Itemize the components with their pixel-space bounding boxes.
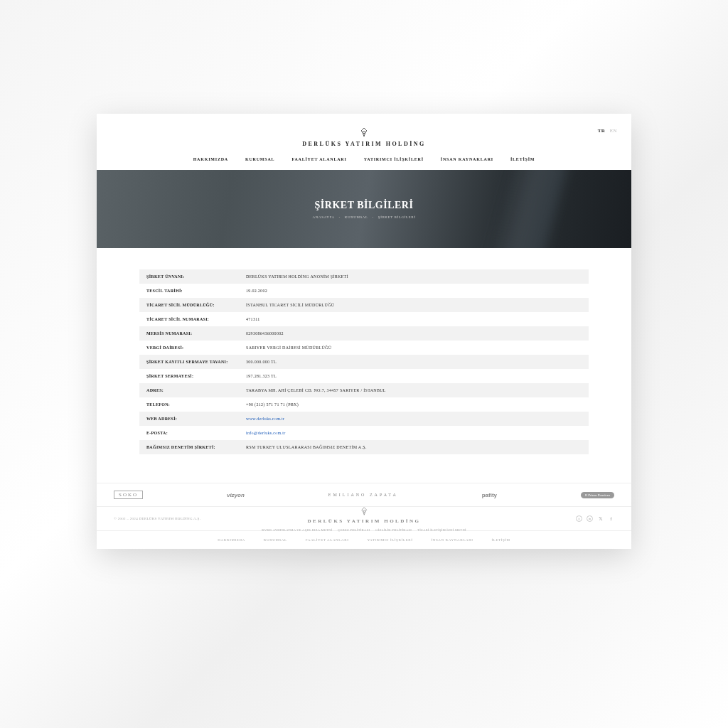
row-label: TELEFON: [139,397,239,412]
row-label: TİCARET SİCİL MÜDÜRLÜĞÜ: [139,298,239,312]
fnav-insan-kaynaklari[interactable]: İNSAN KAYNAKLARI [431,538,473,542]
row-value[interactable]: info@derluks.com.tr [239,426,589,440]
fnav-iletisim[interactable]: İLETİŞİM [491,538,510,542]
crumb-current: ŞİRKET BİLGİLERİ [378,215,416,219]
legal-gizlilik[interactable]: GİZLİLİK POLİTİKASI [375,528,412,532]
fnav-kurumsal[interactable]: KURUMSAL [264,538,287,542]
row-value: 471311 [239,312,589,326]
row-value: TARABYA MH. AHİ ÇELEBİ CD. NO:7, 34457 S… [239,383,589,397]
nav-yatirimci-iliskileri[interactable]: YATIRIMCI İLİŞKİLERİ [364,157,424,161]
crumb-kurumsal[interactable]: KURUMSAL [345,215,368,219]
table-row: ŞİRKET KAYITLI SERMAYE TAVANI:300.000.00… [139,355,589,369]
language-toggle: TR EN [595,128,617,134]
facebook-icon[interactable]: f [608,515,614,522]
fnav-yatirimci-iliskileri[interactable]: YATIRIMCI İLİŞKİLERİ [367,538,412,542]
row-label: WEB ADRESİ: [139,412,239,426]
footer-brand-name: DERLÜKS YATIRIM HOLDİNG [262,518,466,524]
row-label: TESCİL TARİHİ: [139,284,239,298]
row-value: RSM TURKEY ULUSLARARASI BAĞIMSIZ DENETİM… [239,440,589,454]
table-row: TİCARET SİCİL NUMARASI:471311 [139,312,589,326]
row-value: DERLÜKS YATIRIM HOLDİNG ANONİM ŞİRKETİ [239,269,589,284]
row-value: SARIYER VERGİ DAİRESİ MÜDÜRLÜĞÜ [239,341,589,355]
brand-vizyon[interactable]: vizyon [227,492,245,498]
crumb-home[interactable]: ANASAYFA [313,215,335,219]
brand-name: DERLÜKS YATIRIM HOLDİNG [111,141,617,147]
row-value: İSTANBUL TİCARET SİCİLİ MÜDÜRLÜĞÜ [239,298,589,312]
x-icon[interactable]: 𝕏 [597,515,604,522]
instagram-icon[interactable]: ◇ [576,515,582,522]
nav-insan-kaynaklari[interactable]: İNSAN KAYNAKLARI [441,157,493,161]
legal-cerez[interactable]: ÇEREZ POLİTİKASI [338,528,370,532]
row-label: E-POSTA: [139,426,239,440]
hero-banner: ŞİRKET BİLGİLERİ ANASAYFA • KURUMSAL • Ş… [97,170,631,248]
row-label: ADRES: [139,383,239,397]
crumb-sep: • [339,215,341,219]
nav-iletisim[interactable]: İLETİŞİM [510,157,535,161]
row-label: TİCARET SİCİL NUMARASI: [139,312,239,326]
brand-pafity[interactable]: pafity [482,492,497,498]
fnav-faaliyet-alanlari[interactable]: FAALİYET ALANLARI [306,538,349,542]
row-label: ŞİRKET KAYITLI SERMAYE TAVANI: [139,355,239,369]
content-area: ŞİRKET ÜNVANI:DERLÜKS YATIRIM HOLDİNG AN… [97,248,631,483]
row-value: 19.02.2002 [239,284,589,298]
logo-icon [358,127,370,138]
legal-links: KVKK AYDINLATMA VE AÇIK RIZA METNİ ÇEREZ… [262,528,466,532]
row-value: 197.281.323 TL [239,369,589,383]
nav-faaliyet-alanlari[interactable]: FAALİYET ALANLARI [291,157,346,161]
row-label: VERGİ DAİRESİ: [139,341,239,355]
table-row: TELEFON:+90 (212) 571 71 71 (PBX) [139,397,589,412]
table-row: E-POSTA:info@derluks.com.tr [139,426,589,440]
table-row: VERGİ DAİRESİ:SARIYER VERGİ DAİRESİ MÜDÜ… [139,341,589,355]
table-row: TİCARET SİCİL MÜDÜRLÜĞÜ:İSTANBUL TİCARET… [139,298,589,312]
row-label: ŞİRKET SERMAYESİ: [139,369,239,383]
footer-logo-icon [359,506,369,516]
breadcrumb: ANASAYFA • KURUMSAL • ŞİRKET BİLGİLERİ [311,215,417,219]
row-label: MERSİS NUMARASI: [139,326,239,341]
brand-strip: SOKO vizyon EMILIANO ZAPATA pafity Il Pr… [97,483,631,506]
crumb-sep: • [373,215,374,219]
nav-hakkimizda[interactable]: HAKKIMIZDA [193,157,228,161]
legal-kvkk[interactable]: KVKK AYDINLATMA VE AÇIK RIZA METNİ [262,528,332,532]
lang-en[interactable]: EN [610,128,617,134]
page-title: ŞİRKET BİLGİLERİ [315,200,414,211]
table-row: WEB ADRESİ:www.derluks.com.tr [139,412,589,426]
linkedin-icon[interactable]: in [587,515,593,522]
nav-kurumsal[interactable]: KURUMSAL [245,157,274,161]
main-nav: HAKKIMIZDA KURUMSAL FAALİYET ALANLARI YA… [111,149,617,170]
footer-main: © 2002 – 2024 DERLÜKS YATIRIM HOLDİNG A.… [97,506,631,530]
legal-ticari[interactable]: TİCARİ İLETİŞİM İZNİ METNİ [417,528,466,532]
row-value: 300.000.000 TL [239,355,589,369]
table-row: BAĞIMSIZ DENETİM ŞİRKETİ:RSM TURKEY ULUS… [139,440,589,454]
company-info-table: ŞİRKET ÜNVANI:DERLÜKS YATIRIM HOLDİNG AN… [139,269,589,454]
table-row: TESCİL TARİHİ:19.02.2002 [139,284,589,298]
table-row: ŞİRKET SERMAYESİ:197.281.323 TL [139,369,589,383]
row-label: ŞİRKET ÜNVANI: [139,269,239,284]
row-label: BAĞIMSIZ DENETİM ŞİRKETİ: [139,440,239,454]
table-row: MERSİS NUMARASI:0293086436000002 [139,326,589,341]
copyright: © 2002 – 2024 DERLÜKS YATIRIM HOLDİNG A.… [114,517,200,520]
logo-block[interactable]: DERLÜKS YATIRIM HOLDİNG [111,119,617,149]
page-container: TR EN DERLÜKS YATIRIM HOLDİNG HAKKIMIZDA… [97,114,631,549]
footer-center: DERLÜKS YATIRIM HOLDİNG KVKK AYDINLATMA … [262,506,466,532]
fnav-hakkimizda[interactable]: HAKKIMIZDA [218,538,245,542]
brand-soko[interactable]: SOKO [114,491,143,499]
lang-tr[interactable]: TR [598,128,606,134]
table-row: ADRES:TARABYA MH. AHİ ÇELEBİ CD. NO:7, 3… [139,383,589,397]
row-value[interactable]: www.derluks.com.tr [239,412,589,426]
header: TR EN DERLÜKS YATIRIM HOLDİNG HAKKIMIZDA… [97,114,631,170]
row-value: +90 (212) 571 71 71 (PBX) [239,397,589,412]
social-links: ◇ in 𝕏 f [576,515,614,522]
brand-emiliano-zapata[interactable]: EMILIANO ZAPATA [328,493,398,497]
footer-nav: HAKKIMIZDA KURUMSAL FAALİYET ALANLARI YA… [97,530,631,549]
brand-il-primo[interactable]: Il Primo Pensiero [581,492,614,498]
table-row: ŞİRKET ÜNVANI:DERLÜKS YATIRIM HOLDİNG AN… [139,269,589,284]
link[interactable]: info@derluks.com.tr [246,431,286,435]
row-value: 0293086436000002 [239,326,589,341]
link[interactable]: www.derluks.com.tr [246,417,284,421]
